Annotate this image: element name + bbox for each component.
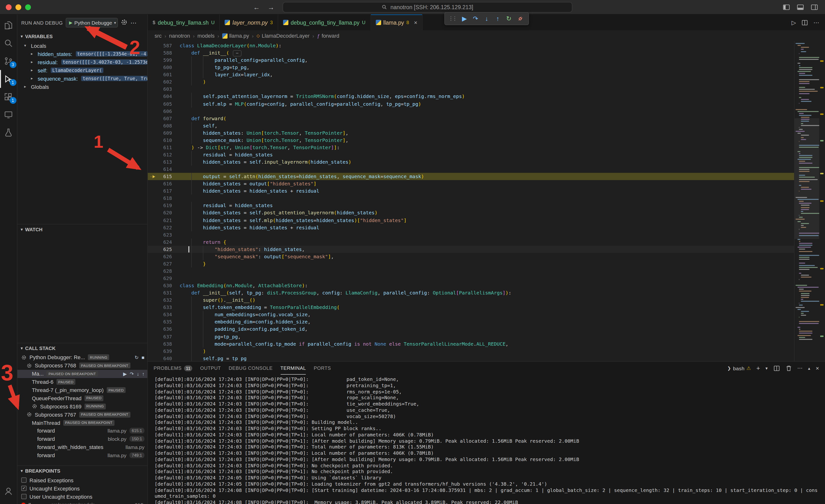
gutter-glyph[interactable] [148,246,157,253]
folded-code-indicator[interactable]: ⋯ [233,50,241,56]
code-line[interactable]: 631 def __init__(self, tp_pg: dist.Proce… [148,289,794,297]
breadcrumb-item-src[interactable]: src [155,33,162,38]
continue-icon[interactable]: ▶ [123,371,127,376]
history-forward-icon[interactable]: → [268,3,274,11]
activity-bar-testing[interactable] [0,123,17,142]
toggle-panel-icon[interactable] [797,3,804,11]
activity-bar-search[interactable] [0,34,17,52]
breadcrumb-item-nanotron[interactable]: nanotron [169,33,190,38]
maximize-panel-icon[interactable]: ▴ [808,366,811,370]
debug-action-icons[interactable]: ↻■ [135,355,144,360]
gutter-glyph[interactable] [148,224,157,231]
start-debug-icon[interactable]: ▶ [69,20,72,25]
code-line[interactable]: 638 mode=parallel_config.tp_mode if para… [148,340,794,347]
callstack-row[interactable]: Subprocess 8169RUNNING [17,402,147,411]
disconnect-icon[interactable] [515,13,525,24]
gutter-glyph[interactable] [148,187,157,195]
close-icon[interactable]: × [414,19,417,26]
callstack-row[interactable]: Subprocess 7767PAUSED ON BREAKPOINT [17,410,147,419]
panel-tab-TERMINAL[interactable]: TERMINAL [280,361,306,374]
editor-tab-debug_tiny_llama.sh[interactable]: $debug_tiny_llama.shU [148,14,220,30]
toolbar-drag-handle[interactable]: ⋮⋮ [448,15,456,22]
code-line[interactable]: 606 [148,107,794,115]
run-python-file-icon[interactable]: ▷ [792,19,796,26]
gutter-glyph[interactable] [148,137,157,144]
panel-tab-PORTS[interactable]: PORTS [314,361,331,374]
gutter-glyph[interactable] [148,158,157,166]
code-line[interactable]: 633 self.token_embedding = TensorParalle… [148,304,794,311]
terminal-profile-label[interactable]: ❯ bash ⚠ [727,365,751,371]
breakpoint-row[interactable]: ✓Uncaught Exceptions [17,484,147,492]
code-line[interactable]: 619 residual = hidden_states [148,202,794,209]
gutter-glyph[interactable] [148,355,157,361]
gutter-glyph[interactable] [148,304,157,311]
code-line[interactable]: 615 output = self.attn(hidden_states=hid… [148,173,794,180]
variable-row[interactable]: ▸self:LlamaDecoderLayer( [17,66,147,74]
code-line[interactable]: 599 parallel_config=parallel_config, [148,57,794,64]
gutter-glyph[interactable] [148,209,157,217]
editor-tab-debug_config_tiny_llama.py[interactable]: debug_config_tiny_llama.pyU [278,14,371,30]
code-line[interactable]: 639 ) [148,347,794,355]
gutter-glyph[interactable] [148,347,157,355]
zoom-window-button[interactable] [25,4,31,10]
gutter-glyph[interactable] [148,238,157,246]
gutter-glyph[interactable] [148,42,157,49]
step-out-icon[interactable]: ↑ [142,371,144,376]
checkbox[interactable] [21,494,26,499]
watch-header[interactable]: ▾ WATCH [17,224,147,235]
close-window-button[interactable] [6,4,12,10]
step-over-icon[interactable]: ↷ [470,13,480,24]
stop-icon[interactable]: ■ [142,355,144,360]
gutter-glyph[interactable] [148,297,157,304]
gutter-glyph[interactable] [148,333,157,340]
toggle-secondary-sidebar-icon[interactable] [811,3,818,11]
code-line[interactable]: 623 [148,231,794,238]
editor-tab-llama.py[interactable]: llama.py8× [371,14,423,30]
gutter-glyph[interactable] [148,202,157,209]
gutter-glyph[interactable] [148,57,157,64]
gutter-glyph[interactable] [148,217,157,224]
minimize-window-button[interactable] [15,4,21,10]
variables-header[interactable]: ▾ VARIABLES [17,31,147,41]
code-line[interactable]: 635 embedding_dim=config.hidden_size, [148,318,794,326]
gutter-glyph[interactable] [148,122,157,129]
split-terminal-icon[interactable] [773,365,780,371]
breadcrumb-item-forward[interactable]: ƒforward [317,33,340,38]
close-panel-icon[interactable]: × [816,365,819,371]
editor-more-actions-icon[interactable]: ⋯ [813,19,819,26]
callstack-row[interactable]: QueueFeederThreadPAUSED [17,394,147,402]
callstack-frame[interactable]: forwardllama.py615:1 [17,427,147,435]
editor-tab-layer_norm.py[interactable]: layer_norm.py3 [220,14,278,30]
code-editor[interactable]: 587class LlamaDecoderLayer(nn.Module):58… [148,41,825,361]
gutter-glyph[interactable] [148,289,157,297]
breakpoints-header[interactable]: ▾ BREAKPOINTS [17,466,147,476]
gutter-glyph[interactable] [148,326,157,333]
gutter-glyph[interactable] [148,260,157,267]
gutter-glyph[interactable] [148,180,157,187]
callstack-frame[interactable]: forward_with_hidden_statesllama.py [17,443,147,451]
gutter-glyph[interactable] [148,166,157,173]
code-line[interactable]: 607 def forward( [148,115,794,122]
step-out-icon[interactable]: ↑ [493,13,503,24]
restart-icon[interactable]: ↻ [135,355,139,360]
code-line[interactable]: 613 hidden_states = self.input_layernorm… [148,158,794,166]
gutter-glyph[interactable] [148,107,157,115]
code-line[interactable]: 640 self.pg = tp_pg [148,355,794,361]
command-center-search[interactable]: nanotron [SSH: 206.125.129.213] [283,2,573,13]
panel-tab-PROBLEMS[interactable]: PROBLEMS11 [154,361,193,374]
panel-tab-DEBUG CONSOLE[interactable]: DEBUG CONSOLE [229,361,273,374]
gutter-glyph[interactable] [148,311,157,318]
code-line[interactable]: 608 self, [148,122,794,129]
debug-action-icons[interactable]: ▶↷↓↑ [123,371,144,376]
gutter-glyph[interactable] [148,253,157,260]
code-line[interactable]: 616 hidden_states = output["hidden_state… [148,180,794,187]
code-line[interactable]: 600 tp_pg=tp_pg, [148,64,794,71]
code-line[interactable]: 634 num_embeddings=config.vocab_size, [148,311,794,318]
terminal-dropdown-icon[interactable]: ▾ [765,366,768,370]
gutter-glyph[interactable] [148,340,157,347]
activity-bar-remote-explorer[interactable] [0,106,17,123]
activity-bar-run-and-debug[interactable]: 1 [0,70,17,88]
gutter-glyph[interactable] [148,64,157,71]
code-line[interactable]: 625 "hidden_states": hidden_states, [148,246,794,253]
code-line[interactable]: 632 super().__init__() [148,297,794,304]
